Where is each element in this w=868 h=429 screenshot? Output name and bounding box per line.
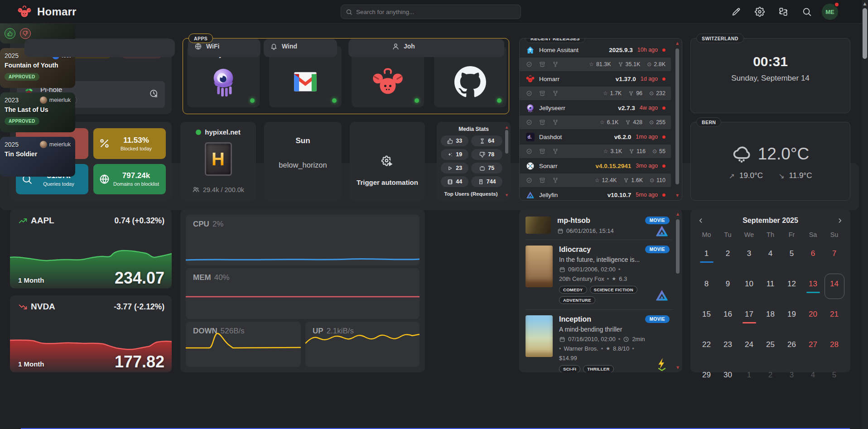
calendar-day-19[interactable]: 19 (781, 304, 802, 329)
calendar-day-30[interactable]: 30 (717, 364, 738, 390)
calendar-day-7[interactable]: 7 (824, 243, 845, 269)
calendar-day-1[interactable]: 1 (696, 243, 717, 269)
calendar-day-27[interactable]: 27 (802, 334, 824, 360)
calendar-day-3[interactable]: 3 (738, 243, 760, 269)
next-month-button[interactable] (834, 215, 846, 227)
pihole-stat-3: 797.24kDomains on blocklist (93, 164, 166, 195)
calendar-day-13[interactable]: 13 (802, 273, 824, 299)
day-number: 16 (723, 310, 732, 319)
partial-widget-0[interactable] (24, 39, 175, 57)
calendar-day-4-next[interactable]: 4 (802, 364, 824, 390)
fork-icon (618, 62, 623, 67)
calendar-day-29[interactable]: 29 (696, 364, 717, 390)
decline-request-button[interactable] (20, 28, 31, 39)
media-item-idiocracy[interactable]: IdiocracyIn the future, intelligence is.… (526, 240, 672, 309)
calendar-day-3-next[interactable]: 3 (781, 364, 802, 390)
calendar-day-28[interactable]: 28 (824, 334, 845, 360)
day-number: 4 (768, 249, 772, 258)
media-item-inception[interactable]: InceptionA mind-bending thriller07/16/20… (526, 309, 672, 372)
media-item-mp-htsob[interactable]: mp-htsob06/01/2016, 15:14MOVIE (526, 211, 672, 240)
edit-dashboard-button[interactable] (728, 3, 745, 20)
event-underline (764, 352, 777, 354)
archive-icon (539, 119, 545, 125)
board-switch-button[interactable] (775, 3, 792, 20)
calendar-day-24[interactable]: 24 (738, 334, 760, 360)
calendar-day-18[interactable]: 18 (760, 304, 781, 329)
scrollbar-thumb[interactable] (863, 8, 867, 59)
day-number: 12 (787, 280, 796, 289)
media-stat-film: 44 (441, 176, 468, 187)
event-underline (700, 383, 714, 384)
releases-scrollbar[interactable]: ▲▼ (675, 41, 680, 198)
jellyfin-icon (655, 289, 669, 302)
calendar-day-2-next[interactable]: 2 (760, 364, 781, 390)
media-poster (526, 217, 551, 234)
release-row-jellyseerr[interactable]: Jellyseerrv2.7.34w ago (520, 101, 682, 115)
request-card-3[interactable]: 2025meierlukTin Soldier (0, 137, 75, 163)
release-new-dot (662, 106, 665, 110)
calendar-day-5-next[interactable]: 5 (824, 364, 845, 390)
release-stars: ☆1.7K (603, 90, 622, 96)
calendar-day-10[interactable]: 10 (738, 273, 760, 299)
overseerr-icon (655, 357, 669, 371)
release-row-dashdot[interactable]: d.Dashdotv6.2.01mo ago (520, 130, 682, 144)
approve-request-button[interactable] (5, 28, 15, 39)
media-stats-scrollbar[interactable]: ▲▼ (505, 125, 509, 197)
calendar-day-12[interactable]: 12 (781, 273, 802, 299)
media-server-widget: mp-htsob06/01/2016, 15:14MOVIEIdiocracyI… (519, 209, 682, 372)
calendar-day-8[interactable]: 8 (696, 273, 717, 299)
recent-releases-widget: RECENT RELEASES Home Assitant2025.9.310h… (519, 38, 682, 201)
event-underline (828, 383, 841, 384)
calendar-widget: September 2025 MoTuWeThFrSaSu 1234567891… (690, 209, 850, 372)
day-box: 2 (761, 365, 781, 390)
bell-icon (270, 43, 278, 50)
partial-widget-2[interactable]: Wind (264, 39, 337, 57)
trigger-automation-button[interactable]: Trigger automation (350, 122, 425, 201)
calendar-day-6[interactable]: 6 (802, 243, 824, 269)
calendar-day-26[interactable]: 26 (781, 334, 802, 360)
partial-widget-3[interactable]: Joh (348, 39, 504, 57)
release-name: Sonarr (539, 163, 558, 169)
pihole-timer-button[interactable] (149, 89, 159, 100)
tv-icon (479, 165, 485, 171)
avatar-initials: ME (825, 9, 834, 15)
calendar-day-11[interactable]: 11 (760, 273, 781, 299)
calendar-day-1-next[interactable]: 1 (738, 364, 760, 390)
event-underline (721, 352, 735, 354)
calendar-day-9[interactable]: 9 (717, 273, 738, 299)
today-marker: 14 (825, 274, 844, 299)
calendar-day-2[interactable]: 2 (717, 243, 738, 269)
calendar-day-22[interactable]: 22 (696, 334, 717, 360)
user-avatar[interactable]: ME (822, 4, 838, 20)
calendar-day-5[interactable]: 5 (781, 243, 802, 269)
media-date: 09/01/2006, 02:00 (568, 266, 616, 273)
page-scrollbar[interactable]: ▲ (862, 0, 868, 429)
release-row-sonarr[interactable]: Sonarrv4.0.15.29413mo ago (520, 159, 682, 173)
calendar-day-14[interactable]: 14 (824, 273, 845, 299)
previous-month-button[interactable] (695, 215, 707, 227)
media-stat-receipt: 744 (471, 176, 502, 187)
event-underline (806, 352, 820, 354)
brand[interactable]: Homarr (17, 0, 77, 24)
release-row-homarr[interactable]: Homarrv1.37.01d ago (520, 72, 682, 86)
release-name: Homarr (539, 76, 559, 82)
calendar-day-16[interactable]: 16 (717, 304, 738, 329)
request-card-2[interactable]: 2023meierlukThe Last of UsAPPROVED (0, 92, 75, 132)
media-server-scrollbar[interactable]: ▲▼ (675, 212, 680, 370)
calendar-day-25[interactable]: 25 (760, 334, 781, 360)
calendar-day-20[interactable]: 20 (802, 304, 824, 329)
settings-button[interactable] (751, 3, 768, 20)
calendar-day-21[interactable]: 21 (824, 304, 845, 329)
release-row-jellyfin[interactable]: Jellyfinv10.10.75mo ago (520, 188, 682, 201)
search-button[interactable] (798, 3, 815, 20)
day-number: 6 (811, 249, 815, 258)
calendar-day-4[interactable]: 4 (760, 243, 781, 269)
calendar-day-23[interactable]: 23 (717, 334, 738, 360)
release-new-dot (662, 193, 665, 197)
calendar-day-17[interactable]: 17 (738, 304, 760, 329)
app-status-dot (497, 98, 502, 103)
media-stat-value: 23 (456, 165, 462, 171)
calendar-day-15[interactable]: 15 (696, 304, 717, 329)
search-input[interactable] (356, 9, 516, 15)
event-underline (828, 352, 841, 354)
